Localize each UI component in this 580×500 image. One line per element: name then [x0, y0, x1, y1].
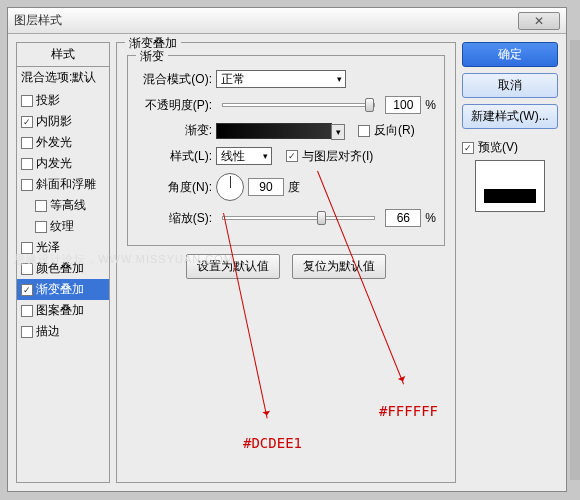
styles-header[interactable]: 样式	[17, 43, 109, 67]
annotation-right: #FFFFFF	[379, 403, 438, 419]
style-label: 等高线	[50, 197, 86, 214]
style-label: 渐变叠加	[36, 281, 84, 298]
style-label: 外发光	[36, 134, 72, 151]
action-column: 确定 取消 新建样式(W)... 预览(V)	[462, 42, 558, 483]
style-label: 图案叠加	[36, 302, 84, 319]
align-checkbox[interactable]	[286, 150, 298, 162]
style-label: 描边	[36, 323, 60, 340]
close-icon: ✕	[534, 14, 544, 28]
new-style-button[interactable]: 新建样式(W)...	[462, 104, 558, 129]
style-checkbox[interactable]	[21, 95, 33, 107]
layer-style-dialog: 图层样式 ✕ 样式 混合选项:默认 投影内阴影外发光内发光斜面和浮雕等高线纹理光…	[7, 7, 567, 492]
styles-sidebar: 样式 混合选项:默认 投影内阴影外发光内发光斜面和浮雕等高线纹理光泽颜色叠加渐变…	[16, 42, 110, 483]
annotation-left: #DCDEE1	[243, 435, 302, 451]
blend-mode-label: 混合模式(O):	[136, 71, 212, 88]
style-item-10[interactable]: 图案叠加	[17, 300, 109, 321]
scale-slider[interactable]	[222, 216, 375, 220]
style-checkbox[interactable]	[21, 137, 33, 149]
style-label: 样式(L):	[136, 148, 212, 165]
scale-value[interactable]: 66	[385, 209, 421, 227]
gradient-picker[interactable]	[216, 123, 332, 139]
angle-label: 角度(N):	[136, 179, 212, 196]
scale-label: 缩放(S):	[136, 210, 212, 227]
style-item-7[interactable]: 光泽	[17, 237, 109, 258]
reverse-checkbox[interactable]	[358, 125, 370, 137]
style-select[interactable]: 线性	[216, 147, 272, 165]
sub-title: 渐变	[136, 48, 168, 65]
background-strip	[570, 40, 580, 480]
preview-label: 预览(V)	[478, 139, 518, 156]
ok-button[interactable]: 确定	[462, 42, 558, 67]
style-label: 斜面和浮雕	[36, 176, 96, 193]
slider-thumb[interactable]	[365, 98, 374, 112]
style-item-5[interactable]: 等高线	[17, 195, 109, 216]
cancel-button[interactable]: 取消	[462, 73, 558, 98]
style-item-2[interactable]: 外发光	[17, 132, 109, 153]
align-label: 与图层对齐(I)	[302, 148, 373, 165]
slider-thumb[interactable]	[317, 211, 326, 225]
style-checkbox[interactable]	[21, 326, 33, 338]
style-label: 内阴影	[36, 113, 72, 130]
style-checkbox[interactable]	[21, 263, 33, 275]
reset-default-button[interactable]: 复位为默认值	[292, 254, 386, 279]
titlebar: 图层样式 ✕	[8, 8, 566, 34]
style-label: 光泽	[36, 239, 60, 256]
style-checkbox[interactable]	[21, 242, 33, 254]
blend-mode-select[interactable]: 正常	[216, 70, 346, 88]
style-label: 投影	[36, 92, 60, 109]
style-item-4[interactable]: 斜面和浮雕	[17, 174, 109, 195]
style-label: 内发光	[36, 155, 72, 172]
style-item-6[interactable]: 纹理	[17, 216, 109, 237]
style-checkbox[interactable]	[21, 179, 33, 191]
style-item-3[interactable]: 内发光	[17, 153, 109, 174]
settings-panel: 渐变叠加 渐变 混合模式(O): 正常 不透明度(P): 100 % 渐变:	[116, 42, 456, 483]
style-item-9[interactable]: 渐变叠加	[17, 279, 109, 300]
opacity-label: 不透明度(P):	[136, 97, 212, 114]
style-checkbox[interactable]	[21, 158, 33, 170]
style-item-11[interactable]: 描边	[17, 321, 109, 342]
window-title: 图层样式	[14, 12, 518, 29]
blend-options-row[interactable]: 混合选项:默认	[17, 67, 109, 88]
style-item-0[interactable]: 投影	[17, 90, 109, 111]
angle-dial[interactable]	[216, 173, 244, 201]
style-label: 纹理	[50, 218, 74, 235]
opacity-value[interactable]: 100	[385, 96, 421, 114]
reverse-label: 反向(R)	[374, 122, 415, 139]
angle-value[interactable]: 90	[248, 178, 284, 196]
style-item-1[interactable]: 内阴影	[17, 111, 109, 132]
style-checkbox[interactable]	[21, 305, 33, 317]
preview-checkbox[interactable]	[462, 142, 474, 154]
style-item-8[interactable]: 颜色叠加	[17, 258, 109, 279]
style-checkbox[interactable]	[35, 221, 47, 233]
style-checkbox[interactable]	[21, 116, 33, 128]
close-button[interactable]: ✕	[518, 12, 560, 30]
style-checkbox[interactable]	[35, 200, 47, 212]
style-checkbox[interactable]	[21, 284, 33, 296]
preview-thumbnail	[475, 160, 545, 212]
gradient-label: 渐变:	[136, 122, 212, 139]
opacity-slider[interactable]	[222, 103, 375, 107]
style-label: 颜色叠加	[36, 260, 84, 277]
